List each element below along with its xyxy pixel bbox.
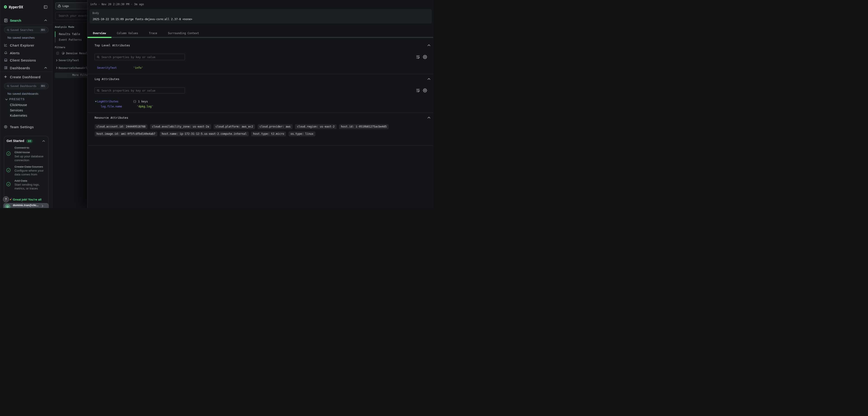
sidebar-item-dashboards[interactable]: Dashboards	[0, 65, 52, 71]
gear-icon	[4, 125, 7, 129]
top-level-search-input[interactable]: Search properties by key or value	[94, 54, 185, 60]
attribute-key[interactable]: log.file.name	[101, 105, 137, 108]
sidebar-item-alerts[interactable]: Alerts	[0, 50, 52, 56]
collapse-triangle-icon[interactable]	[95, 101, 97, 102]
section-title-resource: Resource Attributes	[95, 116, 128, 119]
wrap-text-icon[interactable]	[416, 88, 420, 93]
help-button[interactable]: ?	[3, 196, 9, 202]
analysis-mode-label: Analysis Mode	[55, 26, 74, 29]
resource-pill[interactable]: host.image.id: ami-0f5fcdfbd140e4ab7	[95, 131, 157, 136]
logs-stack-icon	[58, 4, 61, 8]
resource-pill[interactable]: host.name: ip-172-31-12-5.us-east-2.comp…	[160, 131, 249, 136]
tab-column-values[interactable]: Column Values	[117, 32, 138, 35]
layout-dashboard-icon	[4, 66, 7, 69]
resource-pill[interactable]: cloud.account.id: 244449518788	[95, 124, 148, 129]
saved-dashboards-input[interactable]: Saved Dashboards ⌘K	[4, 83, 49, 89]
resource-pill[interactable]: os.type: linux	[289, 131, 315, 136]
app-title: HyperDX	[9, 5, 23, 9]
divider	[88, 74, 434, 74]
sidebar-item-search[interactable]: Search	[0, 18, 52, 24]
sidebar-item-label: Dashboards	[10, 66, 30, 70]
get-started-item-title: Create Data Sources	[14, 165, 47, 169]
resource-pill[interactable]: host.type: t2.micro	[251, 131, 286, 136]
filters-label: Filters	[55, 46, 65, 49]
search-placeholder: Search properties by key or value	[101, 89, 155, 92]
resource-pills: cloud.account.id: 244449518788 cloud.ava…	[95, 124, 429, 139]
sidebar: HyperDX Search Saved Searches ⌘K No save…	[0, 0, 53, 208]
sidebar-item-team-settings[interactable]: Team Settings	[0, 124, 52, 130]
avatar: D	[5, 204, 10, 208]
logo-row: HyperDX	[0, 0, 52, 14]
get-started-item-desc: Configure where your data comes from	[14, 169, 47, 176]
resource-pill[interactable]: cloud.region: us-east-2	[295, 124, 336, 129]
sidebar-item-label: Search	[10, 19, 21, 22]
divider	[0, 24, 52, 25]
chevron-right-icon	[41, 205, 43, 207]
section-title-log: Log Attributes	[95, 77, 120, 81]
event-header: info·Nov 20 2:20:30 PM·3m ago	[90, 3, 144, 6]
get-started-item-title: Connect to ClickHouse	[14, 146, 43, 154]
chevron-up-icon[interactable]	[44, 20, 47, 21]
sidebar-item-chart-explorer[interactable]: Chart Explorer	[0, 42, 52, 48]
section-title-top-level: Top Level Attributes	[95, 43, 130, 47]
attribute-row[interactable]: log.file.name"dpkg.log"	[101, 105, 153, 108]
chevron-up-icon[interactable]	[428, 117, 430, 119]
get-started-item-desc: Start sending logs, metrics, or traces	[14, 183, 47, 190]
sidebar-item-label: Alerts	[10, 51, 20, 55]
search-icon	[97, 56, 100, 59]
resource-pill[interactable]: cloud.availability_zone: us-east-2a	[150, 124, 211, 129]
tab-overview[interactable]: Overview	[93, 32, 106, 35]
section-actions	[416, 88, 427, 93]
team-settings-label: Team Settings	[10, 125, 34, 129]
saved-searches-input[interactable]: Saved Searches ⌘K	[4, 27, 49, 33]
attribute-key[interactable]: LogAttributes	[97, 100, 133, 103]
chevron-up-icon[interactable]	[44, 67, 47, 69]
chevron-right-icon	[56, 59, 57, 61]
event-relative-time: 3m ago	[134, 3, 144, 6]
analysis-mode-active-indicator	[55, 31, 56, 37]
shortcut-badge: ⌘K	[40, 84, 46, 88]
create-dashboard-label: Create Dashboard	[10, 75, 40, 79]
attribute-key[interactable]: SeverityText	[97, 66, 133, 69]
gear-icon[interactable]	[423, 55, 427, 59]
create-dashboard-button[interactable]: Create Dashboard	[0, 74, 52, 80]
sidebar-item-services[interactable]: Services	[10, 109, 23, 113]
source-selector-label: Logs	[63, 4, 69, 8]
chevron-up-icon[interactable]	[428, 44, 430, 46]
chart-line-icon	[4, 43, 7, 47]
sidebar-collapse-icon[interactable]	[44, 5, 47, 8]
no-saved-searches-note: No saved searches	[7, 36, 35, 39]
mode-results-table[interactable]: Results Table	[59, 33, 80, 36]
get-started-item-title: Add Data	[14, 179, 47, 183]
sidebar-item-client-sessions[interactable]: Client Sessions	[0, 57, 52, 63]
attribute-row[interactable]: SeverityText"info"	[97, 66, 143, 69]
search-icon	[7, 29, 9, 31]
resource-pill[interactable]: cloud.provider: aws	[258, 124, 292, 129]
sidebar-item-clickhouse[interactable]: ClickHouse	[10, 103, 27, 107]
chevron-up-icon[interactable]	[428, 78, 430, 80]
event-search-placeholder: Search your events	[59, 14, 88, 18]
attribute-value[interactable]: info	[135, 66, 142, 69]
sidebar-item-kubernetes[interactable]: Kubernetes	[10, 114, 27, 118]
severity-text: info	[90, 3, 97, 6]
body-content: 2025-10-22 10:15:09 purge fonts-dejavu-c…	[93, 18, 192, 21]
hyperdx-logo-icon	[4, 5, 7, 8]
braces-icon: {}	[133, 100, 136, 103]
tab-surrounding-context[interactable]: Surrounding Context	[168, 32, 199, 35]
scrollbar-gutter	[433, 0, 434, 208]
resource-pill[interactable]: host.id: i-0510b81275acbe4d5	[339, 124, 389, 129]
presets-label: PRESETS	[9, 97, 25, 101]
gear-icon[interactable]	[423, 88, 427, 93]
attribute-group-row[interactable]: LogAttributes{} 1 keys	[97, 100, 148, 103]
attribute-value[interactable]: dpkg.log	[138, 105, 152, 108]
resource-pill[interactable]: cloud.platform: aws_ec2	[214, 124, 255, 129]
tab-trace[interactable]: Trace	[149, 32, 157, 35]
wrap-text-icon[interactable]	[416, 55, 420, 59]
chevron-up-icon[interactable]	[42, 140, 45, 142]
search-placeholder: Search properties by key or value	[101, 56, 155, 59]
mode-event-patterns[interactable]: Event Patterns	[59, 38, 82, 41]
denoise-checkbox[interactable]	[56, 52, 59, 55]
log-search-input[interactable]: Search properties by key or value	[94, 87, 185, 94]
user-menu[interactable]: D dominic.tran@clic... dominic.tran@clic…	[3, 203, 49, 208]
body-card: Body 2025-10-22 10:15:09 purge fonts-dej…	[90, 9, 432, 24]
